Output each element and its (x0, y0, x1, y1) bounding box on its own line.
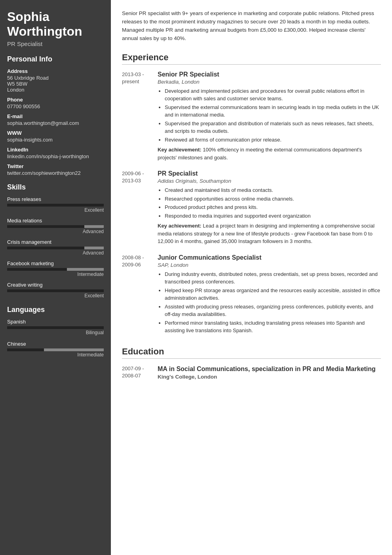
exp-achievement: Key achievement: 100% efficiency in meet… (158, 146, 381, 161)
personal-info-fields: Address 56 Uxbridge RoadW5 5BWLondon Pho… (7, 68, 104, 176)
experience-section: Experience 2013-03 -present Senior PR Sp… (122, 52, 381, 337)
phone-value: 07700 900556 (7, 103, 104, 109)
exp-item-3: 2008-08 -2009-06 Junior Communications S… (122, 254, 381, 337)
skill-name: Press releases (7, 196, 104, 202)
skill-bar-fill (7, 204, 104, 207)
summary-section: Senior PR specialist with 9+ years of ex… (122, 10, 381, 43)
bullet-item: Helped keep PR storage areas organized a… (165, 287, 381, 302)
exp-company: Berkadia, London (158, 79, 381, 85)
www-label: WWW (7, 130, 104, 136)
bullet-item: Reviewed all forms of communication prio… (165, 136, 381, 144)
lang-bar-bg (7, 326, 104, 329)
skill-press-releases: Press releases Excellent (7, 196, 104, 213)
skill-bar-bg (7, 204, 104, 207)
address-label: Address (7, 68, 104, 74)
linkedin-value: linkedin.com/in/sophia-j-worthington (7, 153, 104, 159)
exp-content: PR Specialist Adidas Originals, Southamp… (158, 170, 381, 245)
phone-label: Phone (7, 97, 104, 103)
exp-content: Senior PR Specialist Berkadia, London De… (158, 71, 381, 162)
candidate-title: PR Specialist (7, 40, 104, 47)
skill-bar-bg (7, 225, 104, 228)
address-value: 56 Uxbridge RoadW5 5BWLondon (7, 75, 104, 93)
edu-school: King's College, London (158, 374, 381, 380)
sidebar: Sophia Worthington PR Specialist Persona… (0, 0, 111, 555)
edu-date: 2007-09 -2008-07 (122, 365, 158, 380)
bullet-item: Developed and implemented policies and p… (165, 87, 381, 103)
bullet-item: Produced product pitches and press kits. (165, 203, 381, 211)
skill-level: Advanced (7, 229, 104, 234)
main-content: Senior PR specialist with 9+ years of ex… (111, 0, 392, 555)
edu-degree: MA in Social Communications, specializat… (158, 365, 381, 373)
bullet-item: During industry events, distributed note… (165, 270, 381, 286)
exp-date: 2009-06 -2013-03 (122, 170, 158, 245)
exp-date: 2013-03 -present (122, 71, 158, 162)
exp-date: 2008-08 -2009-06 (122, 254, 158, 337)
bullet-item: Supervised the external communications t… (165, 103, 381, 119)
linkedin-label: LinkedIn (7, 147, 104, 153)
languages-heading: Languages (7, 306, 104, 314)
lang-bar-bg (7, 348, 104, 351)
edu-content: MA in Social Communications, specializat… (158, 365, 381, 380)
twitter-value: twitter.com/sophieworthington22 (7, 170, 104, 176)
skill-bar-fill (7, 289, 104, 292)
edu-item-1: 2007-09 -2008-07 MA in Social Communicat… (122, 365, 381, 380)
education-heading: Education (122, 346, 381, 359)
exp-item-1: 2013-03 -present Senior PR Specialist Be… (122, 71, 381, 162)
exp-job-title: Senior PR Specialist (158, 71, 381, 78)
skill-creative-writing: Creative writing Excellent (7, 282, 104, 299)
experience-heading: Experience (122, 52, 381, 65)
skills-heading: Skills (7, 183, 104, 191)
lang-level: Intermediate (7, 352, 104, 358)
skill-bar-bg (7, 268, 104, 271)
bullet-item: Supervised the preparation and distribut… (165, 120, 381, 135)
bullet-item: Responded to media inquiries and support… (165, 212, 381, 220)
bullet-item: Created and maintained lists of media co… (165, 186, 381, 194)
education-section: Education 2007-09 -2008-07 MA in Social … (122, 346, 381, 380)
skill-name: Media relations (7, 218, 104, 224)
skill-name: Crisis management (7, 239, 104, 245)
email-value: sophia.worthington@gmail.com (7, 120, 104, 126)
bullet-item: Assisted with producing press releases, … (165, 303, 381, 318)
exp-job-title: Junior Communications Specialist (158, 254, 381, 261)
exp-company: Adidas Originals, Southampton (158, 178, 381, 184)
summary-text: Senior PR specialist with 9+ years of ex… (122, 10, 381, 43)
exp-bullets: Created and maintained lists of media co… (158, 186, 381, 220)
www-value: sophia-insights.com (7, 137, 104, 143)
email-label: E-mail (7, 113, 104, 119)
personal-info-heading: Personal Info (7, 55, 104, 63)
lang-chinese: Chinese Intermediate (7, 341, 104, 358)
skill-bar-fill (7, 247, 84, 249)
skill-media-relations: Media relations Advanced (7, 218, 104, 234)
exp-achievement: Key achievement: Lead a project team in … (158, 222, 381, 245)
exp-bullets: During industry events, distributed note… (158, 270, 381, 335)
skill-level: Advanced (7, 250, 104, 256)
bullet-item: Researched opportunities across online m… (165, 195, 381, 203)
lang-spanish: Spanish Bilingual (7, 319, 104, 335)
exp-content: Junior Communications Specialist SAP, Lo… (158, 254, 381, 337)
skill-crisis-management: Crisis management Advanced (7, 239, 104, 256)
lang-level: Bilingual (7, 330, 104, 335)
languages-list: Spanish Bilingual Chinese Intermediate (7, 319, 104, 358)
exp-job-title: PR Specialist (158, 170, 381, 177)
lang-bar-fill (7, 348, 44, 351)
skill-level: Excellent (7, 293, 104, 299)
skill-bar-fill (7, 268, 67, 271)
lang-name: Spanish (7, 319, 104, 325)
exp-company: SAP, London (158, 262, 381, 268)
exp-item-2: 2009-06 -2013-03 PR Specialist Adidas Or… (122, 170, 381, 245)
skill-level: Intermediate (7, 272, 104, 277)
skills-list: Press releases Excellent Media relations… (7, 196, 104, 299)
skill-name: Creative writing (7, 282, 104, 288)
skill-name: Facebook marketing (7, 260, 104, 266)
lang-name: Chinese (7, 341, 104, 347)
skill-bar-bg (7, 289, 104, 292)
skill-bar-bg (7, 247, 104, 249)
twitter-label: Twitter (7, 163, 104, 169)
exp-bullets: Developed and implemented policies and p… (158, 87, 381, 144)
candidate-name: Sophia Worthington (7, 10, 104, 39)
skill-bar-fill (7, 225, 84, 228)
skill-level: Excellent (7, 207, 104, 213)
lang-bar-fill (7, 326, 104, 329)
bullet-item: Performed minor translating tasks, inclu… (165, 319, 381, 335)
skill-facebook-marketing: Facebook marketing Intermediate (7, 260, 104, 277)
